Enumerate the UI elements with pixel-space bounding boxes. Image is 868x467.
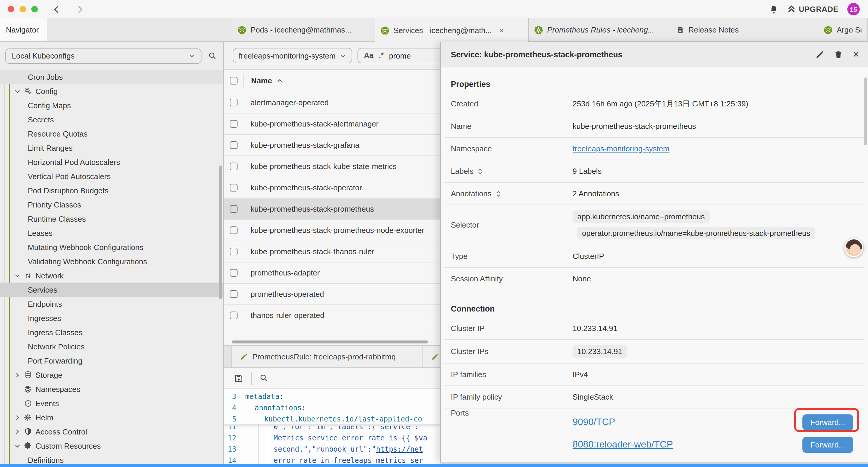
minimize-window-button[interactable] <box>20 6 26 12</box>
drawer-scrollbar[interactable] <box>864 78 867 145</box>
row-checkbox[interactable] <box>230 120 238 128</box>
tab-services-icecheng-math[interactable]: Services - icecheng@math...× <box>375 18 529 42</box>
caret-right-icon[interactable] <box>13 372 21 378</box>
caret-right-icon[interactable] <box>13 414 21 420</box>
sidebar-item-config[interactable]: Config <box>0 84 223 98</box>
row-checkbox[interactable] <box>230 269 238 276</box>
sidebar-item-cron-jobs[interactable]: Cron Jobs <box>0 70 223 84</box>
sidebar-item-namespaces[interactable]: Namespaces <box>0 382 223 396</box>
edit-pencil-icon[interactable] <box>816 50 825 59</box>
select-all-checkbox[interactable] <box>230 77 238 85</box>
tab-release-notes[interactable]: Release Notes <box>671 18 818 41</box>
table-row[interactable]: kube-prometheus-stack-grafana <box>224 135 440 156</box>
sidebar-item-services[interactable]: Services <box>0 283 223 297</box>
back-arrow-icon[interactable] <box>52 4 61 14</box>
kubeconfig-selector[interactable]: Local Kubeconfigs <box>5 48 202 63</box>
table-row[interactable]: kube-prometheus-stack-kube-state-metrics <box>224 156 440 177</box>
tab-prometheus-rules-icecheng[interactable]: Prometheus Rules - icecheng... <box>529 18 671 41</box>
close-window-button[interactable] <box>8 6 14 12</box>
bell-icon[interactable] <box>769 4 778 14</box>
port-link[interactable]: 9090/TCP <box>572 417 615 428</box>
port-link[interactable]: 8080:reloader-web/TCP <box>572 439 673 450</box>
row-checkbox[interactable] <box>230 141 238 149</box>
filter-search-input[interactable]: Aa .* prome <box>358 48 440 63</box>
tab-pods-icecheng-mathmas[interactable]: Pods - icecheng@mathmas... <box>232 18 375 41</box>
notification-badge[interactable]: 15 <box>847 3 860 16</box>
table-row[interactable]: kube-prometheus-stack-operator <box>224 177 440 199</box>
sidebar-item-endpoints[interactable]: Endpoints <box>0 297 223 311</box>
sidebar-item-events[interactable]: Events <box>0 396 223 410</box>
forward-arrow-icon[interactable] <box>75 4 85 14</box>
namespace-link[interactable]: freeleaps-monitoring-system <box>572 144 670 153</box>
zoom-window-button[interactable] <box>31 6 38 12</box>
sidebar-item-secrets[interactable]: Secrets <box>0 112 223 126</box>
sidebar-search-icon[interactable] <box>208 52 217 60</box>
line-number: 4 <box>224 404 243 412</box>
table-row[interactable]: alertmanager-operated <box>224 92 440 114</box>
table-row[interactable]: kube-prometheus-stack-thanos-ruler <box>224 241 440 262</box>
regex-toggle[interactable]: .* <box>379 52 384 60</box>
yaml-editor[interactable]: 3metadata:4annotations:5kubectl.kubernet… <box>224 388 440 464</box>
trash-icon[interactable] <box>835 50 843 59</box>
sidebar-item-custom-resources[interactable]: Custom Resources <box>0 439 223 453</box>
row-checkbox[interactable] <box>230 248 238 255</box>
table-row[interactable]: kube-prometheus-stack-prometheus-node-ex… <box>224 220 440 241</box>
table-row[interactable]: prometheus-adapter <box>224 262 440 284</box>
sidebar-item-validating-webhook-configurations[interactable]: Validating Webhook Configurations <box>0 254 223 268</box>
upgrade-button[interactable]: UPGRADE <box>787 5 838 13</box>
sidebar-item-horizontal-pod-autoscalers[interactable]: Horizontal Pod Autoscalers <box>0 155 223 169</box>
sidebar-item-access-control[interactable]: Access Control <box>0 425 223 439</box>
sidebar-item-network-policies[interactable]: Network Policies <box>0 339 223 353</box>
sidebar-item-network[interactable]: Network <box>0 268 223 283</box>
navigator-panel-tab[interactable]: Navigator <box>0 18 47 41</box>
caret-down-icon[interactable] <box>13 272 21 279</box>
user-avatar[interactable] <box>844 238 863 257</box>
table-row[interactable]: thanos-ruler-operated <box>224 305 440 326</box>
sidebar-item-helm[interactable]: Helm <box>0 410 223 425</box>
tab-argo-se[interactable]: Argo Se <box>818 18 868 41</box>
sidebar-scrollbar[interactable] <box>219 166 222 299</box>
editor-search-icon[interactable] <box>259 374 268 382</box>
horizontal-scrollbar[interactable] <box>231 341 428 344</box>
editor-tab-hidden[interactable] <box>423 346 440 367</box>
sidebar-item-runtime-classes[interactable]: Runtime Classes <box>0 212 223 226</box>
sidebar-item-ingress-classes[interactable]: Ingress Classes <box>0 325 223 339</box>
sidebar-item-priority-classes[interactable]: Priority Classes <box>0 198 223 212</box>
table-row[interactable]: kube-prometheus-stack-alertmanager <box>224 114 440 135</box>
sidebar-item-definitions[interactable]: Definitions <box>0 453 223 464</box>
editor-tab-prometheusrule[interactable]: PrometheusRule: freeleaps-prod-rabbitmq <box>231 346 423 367</box>
row-checkbox[interactable] <box>230 312 238 319</box>
row-checkbox[interactable] <box>230 226 238 234</box>
row-checkbox[interactable] <box>230 99 238 107</box>
sidebar-item-resource-quotas[interactable]: Resource Quotas <box>0 126 223 141</box>
sidebar-item-pod-disruption-budgets[interactable]: Pod Disruption Budgets <box>0 183 223 198</box>
tab-close-icon[interactable]: × <box>500 26 504 35</box>
caret-down-icon[interactable] <box>13 88 21 94</box>
table-row[interactable]: prometheus-operated <box>224 284 440 305</box>
expand-collapse-icon[interactable] <box>477 168 484 175</box>
sidebar-item-limit-ranges[interactable]: Limit Ranges <box>0 141 223 155</box>
sidebar-item-ingresses[interactable]: Ingresses <box>0 311 223 325</box>
close-icon[interactable]: × <box>853 49 859 60</box>
sidebar-item-port-forwarding[interactable]: Port Forwarding <box>0 353 223 368</box>
name-column-header[interactable]: Name <box>251 76 272 85</box>
sidebar-item-vertical-pod-autoscalers[interactable]: Vertical Pod Autoscalers <box>0 169 223 183</box>
service-detail-drawer: Service: kube-prometheus-stack-prometheu… <box>440 42 868 462</box>
row-checkbox[interactable] <box>230 205 238 213</box>
save-icon[interactable] <box>234 373 243 383</box>
table-row[interactable]: kube-prometheus-stack-prometheus <box>224 199 440 220</box>
row-checkbox[interactable] <box>230 163 238 170</box>
caret-right-icon[interactable] <box>13 428 21 435</box>
caret-down-icon[interactable] <box>13 442 21 449</box>
row-checkbox[interactable] <box>230 290 238 298</box>
expand-collapse-icon[interactable] <box>495 190 501 197</box>
namespace-selector[interactable]: freeleaps-monitoring-system <box>233 48 352 63</box>
sidebar-item-config-maps[interactable]: Config Maps <box>0 98 223 112</box>
row-checkbox[interactable] <box>230 184 238 192</box>
match-case-toggle[interactable]: Aa <box>364 52 373 60</box>
sidebar-item-leases[interactable]: Leases <box>0 226 223 240</box>
sidebar-item-storage[interactable]: Storage <box>0 368 223 382</box>
sidebar-item-mutating-webhook-configurations[interactable]: Mutating Webhook Configurations <box>0 240 223 254</box>
forward-button[interactable]: Forward... <box>802 437 853 453</box>
sort-ascending-icon[interactable] <box>277 78 283 84</box>
